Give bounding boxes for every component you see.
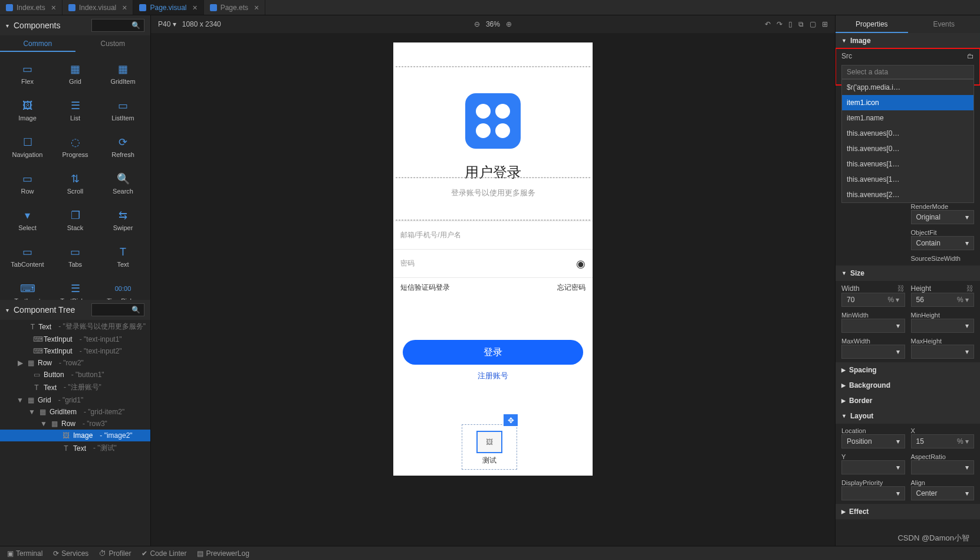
src-option[interactable]: this.avenues[0… [842,141,974,156]
terminal-tab[interactable]: ▣ Terminal [7,549,42,558]
component-textpicker[interactable]: ☰TextPicker [52,276,98,300]
align-select[interactable]: Center▾ [911,486,975,500]
src-option[interactable]: this.avenues[1… [842,156,974,172]
tree-row[interactable]: ⌨TextInput- "text-input2" [0,345,150,357]
section-size[interactable]: ▼Size [836,266,980,281]
objectfit-select[interactable]: Contain▾ [911,236,975,250]
src-option[interactable]: $r('app.media.i… [842,80,974,95]
section-spacing[interactable]: ▶Spacing [836,362,980,378]
tab-properties[interactable]: Properties [836,15,908,33]
link-icon[interactable]: ⛓ [966,284,974,293]
component-flex[interactable]: ▭Flex [5,57,50,91]
src-option[interactable]: this.avenues[0… [842,126,974,141]
aspect-input[interactable]: ▾ [911,460,975,474]
tab-page-visual[interactable]: Page.visual× [133,0,203,15]
component-swiper[interactable]: ⇆Swiper [100,203,146,237]
tab-page-ets[interactable]: Page.ets× [204,0,266,15]
caret-icon[interactable]: ▼ [40,420,47,428]
profiler-tab[interactable]: ⏱ Profiler [99,549,131,558]
close-icon[interactable]: × [51,3,56,12]
src-option[interactable]: this.avenues[1… [842,172,974,187]
tree-row[interactable]: ▼▦Grid- "grid1" [0,394,150,406]
y-input[interactable]: ▾ [841,460,905,474]
component-search[interactable]: 🔍Search [100,166,146,201]
previewer-tab[interactable]: ▤ PreviewerLog [197,549,249,558]
tab-index-visual[interactable]: Index.visual× [63,0,134,15]
browse-icon[interactable]: 🗀 [967,52,974,60]
component-tabcontent[interactable]: ▭TabContent [5,240,50,274]
tree-row[interactable]: TText- "测试" [0,441,150,455]
maxwidth-input[interactable]: ▾ [841,345,905,359]
zoom-out-icon[interactable]: ⊖ [474,20,480,28]
src-option[interactable]: this.avenues[2… [842,187,974,202]
component-scroll[interactable]: ⇅Scroll [52,166,98,201]
component-select[interactable]: ▾Select [5,203,50,237]
maxheight-input[interactable]: ▾ [911,345,975,359]
section-layout[interactable]: ▼Layout [836,408,980,424]
link-icon[interactable]: ⛓ [897,284,905,293]
component-image[interactable]: 🖼Image [5,93,50,127]
move-handle-icon[interactable]: ✥ [504,414,518,426]
component-navigation[interactable]: ☐Navigation [5,130,50,164]
tree-row[interactable]: ▼▦GridItem- "grid-item2" [0,406,150,418]
tab-events[interactable]: Events [908,15,981,33]
section-image[interactable]: ▼Image [836,33,980,48]
tree-header[interactable]: ▾ Component Tree 🔍 [0,300,150,320]
tree-row[interactable]: 🖼Image- "image2" [0,430,150,441]
section-effect[interactable]: ▶Effect [836,504,980,519]
codelinter-tab[interactable]: ✔ Code Linter [142,549,186,558]
undo-icon[interactable]: ↶ [765,20,771,28]
selected-grid-item[interactable]: ✥ 🖼 测试 [462,424,517,470]
close-icon[interactable]: × [122,3,127,12]
subtab-common[interactable]: Common [0,35,75,52]
priority-input[interactable]: ▾ [841,486,905,500]
src-dropdown[interactable]: Select a data $r('app.media.i… item1.ico… [841,65,974,79]
component-refresh[interactable]: ⟳Refresh [100,130,146,164]
register-link[interactable]: 注册账号 [393,371,593,381]
minheight-input[interactable]: ▾ [911,319,975,333]
component-list[interactable]: ☰List [52,93,98,127]
components-header[interactable]: ▾ Components 🔍 [0,15,150,35]
component-stack[interactable]: ❐Stack [52,203,98,237]
redo-icon[interactable]: ↷ [777,20,782,28]
caret-icon[interactable]: ▼ [17,396,24,404]
x-input[interactable]: 15% ▾ [911,434,975,448]
component-timepicker[interactable]: 00:00TimePicker [100,276,146,300]
tree-row[interactable]: ▭Button- "button1" [0,369,150,381]
height-input[interactable]: 56% ▾ [911,293,975,307]
device-frame[interactable]: 用户登录 登录账号以使用更多服务 邮箱/手机号/用户名 密码◉ 短信验证码登录 … [393,42,593,476]
eye-off-icon[interactable]: ◉ [576,257,586,270]
rendermode-select[interactable]: Original▾ [911,210,975,224]
component-tabs[interactable]: ▭Tabs [52,240,98,274]
src-option[interactable]: item1.name [842,110,974,126]
tab-index-ets[interactable]: Index.ets× [0,0,63,15]
width-input[interactable]: 70% ▾ [841,293,905,307]
component-text[interactable]: TText [100,240,146,274]
component-search[interactable]: 🔍 [91,19,144,32]
tree-row[interactable]: TText- "登录账号以使用更多服务" [0,320,150,333]
device-select[interactable]: P40 ▾ [158,20,176,28]
email-field[interactable]: 邮箱/手机号/用户名 [393,221,593,249]
minwidth-input[interactable]: ▾ [841,319,905,333]
component-griditem[interactable]: ▦GridItem [100,57,146,91]
section-border[interactable]: ▶Border [836,393,980,408]
image-placeholder[interactable]: 🖼 [476,431,502,453]
zoom-in-icon[interactable]: ⊕ [506,20,512,28]
caret-icon[interactable]: ▶ [17,359,24,367]
canvas[interactable]: 用户登录 登录账号以使用更多服务 邮箱/手机号/用户名 密码◉ 短信验证码登录 … [151,33,835,546]
grid-icon[interactable]: ⊞ [822,20,828,28]
src-input[interactable]: Select a data [841,65,974,79]
section-background[interactable]: ▶Background [836,378,980,393]
fullscreen-icon[interactable]: ▢ [810,20,816,28]
tree-row[interactable]: TText- "注册账号" [0,381,150,394]
tree-row[interactable]: ▶▦Row- "row2" [0,357,150,369]
password-field[interactable]: 密码◉ [393,249,593,277]
tree-row[interactable]: ⌨TextInput- "text-input1" [0,333,150,345]
login-button[interactable]: 登录 [403,340,583,365]
close-icon[interactable]: × [254,3,259,12]
services-tab[interactable]: ⟳ Services [53,549,88,558]
component-grid[interactable]: ▦Grid [52,57,98,91]
component-textinput[interactable]: ⌨TextInput [5,276,50,300]
copy-icon[interactable]: ⧉ [798,20,804,28]
component-progress[interactable]: ◌Progress [52,130,98,164]
